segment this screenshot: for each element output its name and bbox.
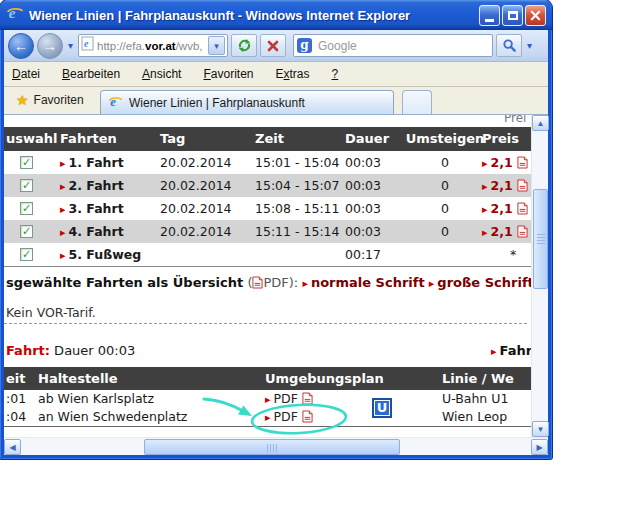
line-name: U-Bahn U1: [442, 390, 531, 408]
trip-checkbox[interactable]: ✓: [20, 179, 33, 192]
menu-extras[interactable]: Extras: [276, 67, 310, 81]
star-icon: ★: [16, 92, 29, 108]
vertical-scrollbar[interactable]: ▲ ▼: [531, 115, 548, 437]
check-icon: ✓: [22, 225, 31, 238]
trip-link[interactable]: ▸3. Fahrt: [60, 197, 160, 221]
scroll-up-button[interactable]: ▲: [532, 115, 549, 131]
arrow-bullet-icon: ▸: [491, 345, 497, 358]
trip-link[interactable]: ▸5. Fußweg: [60, 243, 160, 267]
menu-ansicht[interactable]: Ansicht: [142, 67, 181, 81]
trip-checkbox[interactable]: ✓: [20, 156, 33, 169]
normal-font-link[interactable]: ▸normale Schrift: [302, 275, 424, 290]
overview-line: sgewählte Fahrten als Übersicht (PDF): ▸…: [6, 275, 531, 290]
horizontal-scroll-thumb[interactable]: [144, 439, 400, 455]
stop-time: :01: [6, 390, 36, 408]
menu-bearbeiten[interactable]: Bearbeiten: [62, 67, 120, 81]
price-link[interactable]: ▸2,1: [482, 151, 531, 175]
trip-link[interactable]: ▸4. Fahrt: [60, 220, 160, 244]
stop-name: ab Wien Karlsplatz: [38, 390, 263, 408]
header-tag: Tag: [160, 127, 255, 151]
titlebar[interactable]: e Wiener Linien | Fahrplanauskunft - Win…: [0, 0, 552, 30]
scroll-down-button[interactable]: ▼: [532, 421, 549, 437]
svg-text:e: e: [110, 95, 116, 109]
arrow-left-icon: ◀: [9, 443, 15, 452]
price-link[interactable]: ▸2,1: [482, 197, 531, 221]
trip-time: 15:01 - 15:04: [255, 151, 347, 174]
arrow-bullet-icon: ▸: [60, 226, 66, 239]
ie-logo-icon: e: [108, 94, 123, 112]
scroll-right-button[interactable]: ▶: [531, 439, 548, 455]
back-arrow-icon: ←: [14, 38, 28, 54]
trip-date: 20.02.2014: [160, 174, 255, 197]
horizontal-scrollbar[interactable]: ◀ ▶: [4, 437, 548, 455]
pdf-label[interactable]: PDF):: [263, 275, 298, 290]
pdf-icon: [302, 392, 313, 405]
arrow-bullet-icon: ▸: [60, 203, 66, 216]
trip-link[interactable]: ▸1. Fahrt: [60, 151, 160, 175]
arrow-bullet-icon: ▸: [302, 277, 308, 290]
table-row: ✓ ▸4. Fahrt 20.02.2014 15:11 - 15:14 00:…: [4, 220, 531, 243]
arrow-bullet-icon: ▸: [482, 226, 488, 239]
trip-duration: 00:03: [345, 220, 399, 243]
trip-duration: 00:03: [345, 197, 399, 220]
tab-title: Wiener Linien | Fahrplanauskunft: [129, 96, 305, 110]
stop-button[interactable]: [260, 34, 286, 57]
thumb-grip: [537, 234, 545, 244]
forward-button[interactable]: →: [37, 33, 63, 59]
trip-duration: 00:03: [345, 151, 399, 174]
search-options-dropdown[interactable]: ▾: [525, 40, 534, 51]
detail-label: Fahrt:: [6, 343, 50, 358]
scroll-left-button[interactable]: ◀: [4, 439, 21, 455]
trip-date: 20.02.2014: [160, 220, 255, 243]
stops-table-header: eit Haltestelle Umgebungsplan Linie / We: [4, 367, 531, 390]
trip-price-note: *: [482, 243, 531, 266]
search-button[interactable]: [496, 34, 522, 57]
vertical-scroll-thumb[interactable]: [533, 189, 548, 289]
header-linie: Linie / We: [442, 367, 531, 390]
trips-table-header: uswahl Fahrten Tag Zeit Dauer Umsteigen …: [4, 127, 531, 151]
tab-wiener-linien[interactable]: e Wiener Linien | Fahrplanauskunft: [100, 90, 394, 114]
overview-text: sgewählte Fahrten als Übersicht: [6, 275, 243, 290]
stops-table: eit Haltestelle Umgebungsplan Linie / We…: [4, 367, 531, 427]
address-input[interactable]: e http://efa.vor.at/wvb, ▾: [78, 34, 228, 57]
arrow-bullet-icon: ▸: [482, 180, 488, 193]
minimize-button[interactable]: [479, 5, 500, 26]
table-row: ✓ ▸1. Fahrt 20.02.2014 15:01 - 15:04 00:…: [4, 151, 531, 174]
arrow-bullet-icon: ▸: [429, 277, 435, 290]
search-input[interactable]: [316, 38, 489, 54]
svg-text:e: e: [84, 38, 89, 49]
price-link[interactable]: ▸2,1: [482, 174, 531, 198]
desktop: e Wiener Linien | Fahrplanauskunft - Win…: [0, 0, 640, 512]
favorites-button[interactable]: ★ Favoriten: [10, 89, 90, 111]
trip-checkbox[interactable]: ✓: [20, 248, 33, 261]
trip-link[interactable]: ▸2. Fahrt: [60, 174, 160, 198]
refresh-button[interactable]: [231, 34, 257, 57]
trip-time: 15:04 - 15:07: [255, 174, 347, 197]
ie-logo-icon: e: [6, 4, 24, 26]
line-name: Wien Leop: [442, 408, 531, 426]
menu-datei[interactable]: Datei: [12, 67, 40, 81]
pdf-icon: [302, 410, 313, 423]
pdf-map-link[interactable]: ▸PDF: [265, 390, 365, 409]
trip-checkbox[interactable]: ✓: [20, 202, 33, 215]
minimize-icon: [485, 19, 494, 22]
menu-favoriten[interactable]: Favoriten: [203, 67, 253, 81]
history-dropdown[interactable]: ▾: [66, 40, 75, 51]
arrow-right-icon: ▶: [536, 443, 542, 452]
back-button[interactable]: ←: [8, 33, 34, 59]
large-font-link[interactable]: ▸große Schrift: [429, 275, 531, 290]
fahrplan-link[interactable]: ▸Fahr: [491, 343, 531, 358]
trip-changes: 0: [399, 197, 491, 220]
arrow-bullet-icon: ▸: [60, 180, 66, 193]
close-button[interactable]: [525, 5, 546, 26]
trip-checkbox[interactable]: ✓: [20, 225, 33, 238]
price-link[interactable]: ▸2,1: [482, 220, 531, 244]
menu-help[interactable]: ?: [332, 67, 339, 81]
pdf-icon: [252, 276, 263, 289]
pdf-map-link[interactable]: ▸PDF: [265, 408, 365, 427]
new-tab-button[interactable]: [402, 90, 432, 114]
dashed-divider: [4, 323, 527, 324]
stop-time: :04: [6, 408, 36, 426]
maximize-button[interactable]: [502, 5, 523, 26]
address-dropdown-button[interactable]: ▾: [208, 36, 225, 55]
